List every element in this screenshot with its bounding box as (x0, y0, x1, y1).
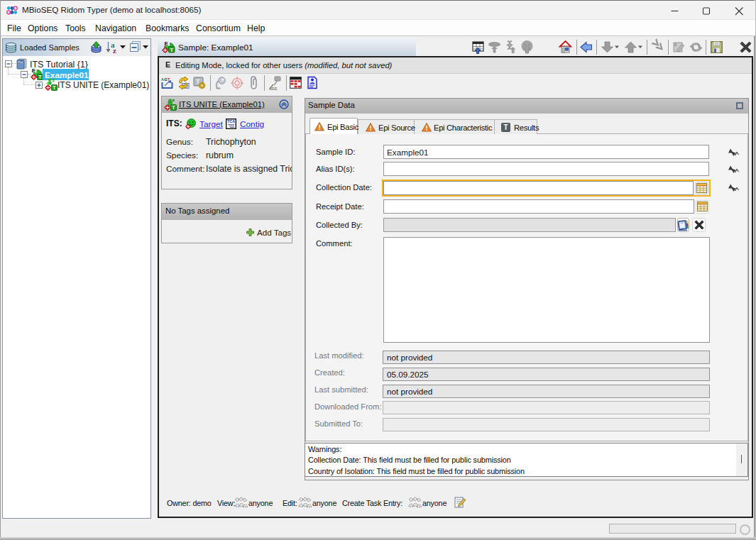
svg-text:A: A (161, 77, 164, 82)
svg-text:z: z (113, 46, 116, 55)
svg-text:AGG: AGG (269, 87, 278, 91)
svg-text:T: T (172, 105, 175, 111)
svg-text:E: E (165, 40, 169, 47)
svg-text:E: E (32, 67, 36, 74)
svg-text:T: T (53, 85, 56, 90)
svg-text:Proj: Proj (18, 61, 23, 64)
svg-text:TCA: TCA (227, 119, 235, 123)
svg-text:T: T (170, 47, 174, 53)
svg-text:T: T (38, 75, 42, 79)
